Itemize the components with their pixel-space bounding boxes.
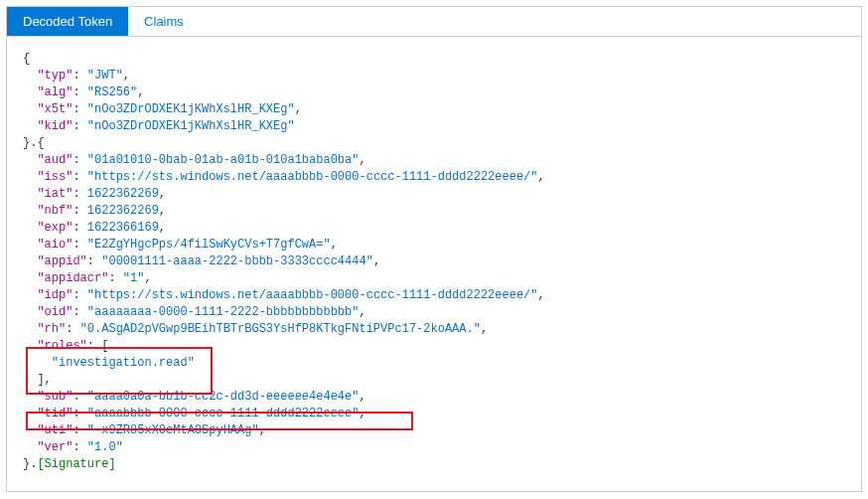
signature-label: [Signature] <box>37 457 115 471</box>
idp-value: "https://sts.windows.net/aaaabbbb-0000-c… <box>87 288 538 302</box>
x5t-value: "nOo3ZDrODXEK1jKWhXslHR_KXEg" <box>87 102 295 116</box>
tid-key: "tid" <box>37 407 72 420</box>
roles-key: "roles" <box>37 339 86 353</box>
uti-value: "-x9ZR85xX0eMtA0SpyHAAg" <box>87 423 259 437</box>
oid-key: "oid" <box>37 305 72 319</box>
brace-open-payload: { <box>37 136 44 150</box>
decoded-token-content: { "typ": "JWT", "alg": "RS256", "x5t": "… <box>7 37 861 491</box>
token-panel: Decoded Token Claims { "typ": "JWT", "al… <box>6 6 862 492</box>
tab-decoded-token[interactable]: Decoded Token <box>7 7 128 36</box>
iss-key: "iss" <box>37 170 72 184</box>
uti-key: "uti" <box>37 423 72 437</box>
oid-value: "aaaaaaaa-0000-1111-2222-bbbbbbbbbbbb" <box>87 305 360 319</box>
iss-value: "https://sts.windows.net/aaaabbbb-0000-c… <box>87 170 538 184</box>
rh-key: "rh" <box>37 322 66 336</box>
ver-value: "1.0" <box>87 440 123 454</box>
appid-value: "00001111-aaaa-2222-bbbb-3333cccc4444" <box>101 254 373 268</box>
aio-value: "E2ZgYHgcPps/4filSwKyCVs+T7gfCwA=" <box>87 238 331 251</box>
typ-value: "JWT" <box>87 69 123 83</box>
tid-value: "aaaabbbb-0000-cccc-1111-dddd2222eeee" <box>87 407 360 420</box>
appidacr-value: "1" <box>123 271 145 285</box>
tab-bar: Decoded Token Claims <box>7 7 861 37</box>
nbf-value: 1622362269 <box>87 204 159 218</box>
aio-key: "aio" <box>37 238 72 251</box>
alg-value: "RS256" <box>87 85 137 99</box>
iat-value: 1622362269 <box>87 187 159 201</box>
kid-key: "kid" <box>37 119 72 133</box>
ver-key: "ver" <box>37 440 72 454</box>
appid-key: "appid" <box>37 254 86 268</box>
appidacr-key: "appidacr" <box>37 271 108 285</box>
sub-key: "sub" <box>37 390 72 404</box>
exp-value: 1622366169 <box>87 221 159 235</box>
roles-value: "investigation.read" <box>52 356 195 370</box>
nbf-key: "nbf" <box>37 204 72 218</box>
aud-value: "01a01010-0bab-01ab-a01b-010a1baba0ba" <box>87 153 360 167</box>
highlight-roles <box>26 347 213 395</box>
exp-key: "exp" <box>37 221 72 235</box>
brace-close-payload: } <box>23 457 30 471</box>
aud-key: "aud" <box>37 153 72 167</box>
kid-value: "nOo3ZDrODXEK1jKWhXslHR_KXEg" <box>87 119 295 133</box>
idp-key: "idp" <box>37 288 72 302</box>
brace-close: } <box>23 136 30 150</box>
x5t-key: "x5t" <box>37 102 72 116</box>
typ-key: "typ" <box>37 69 72 83</box>
brace-open: { <box>23 52 30 66</box>
rh-value: "0.ASgAD2pVGwp9BEihTBTrBGS3YsHfP8KTkgFNt… <box>80 322 481 336</box>
sub-value: "aaaa0a0a-bb1b-cc2c-dd3d-eeeeee4e4e4e" <box>87 390 360 404</box>
tab-claims[interactable]: Claims <box>128 7 200 36</box>
iat-key: "iat" <box>37 187 72 201</box>
alg-key: "alg" <box>37 85 72 99</box>
